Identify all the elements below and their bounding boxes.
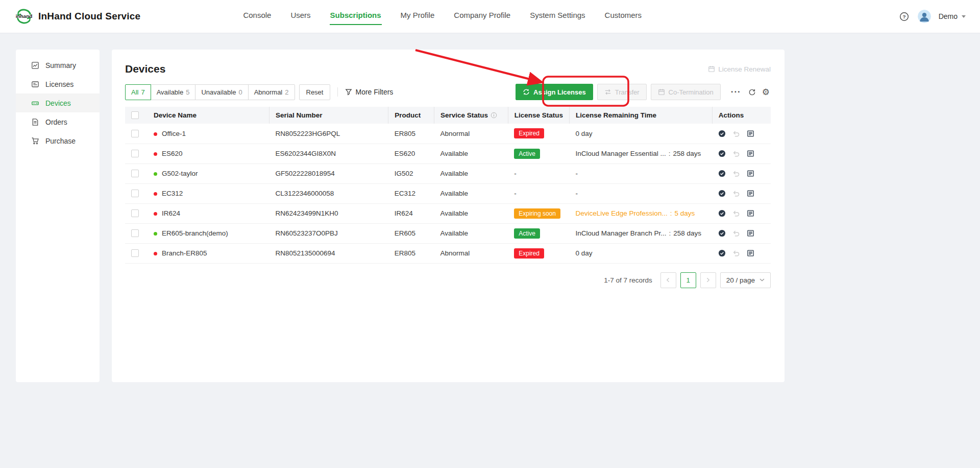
row-checkbox[interactable] <box>131 130 139 137</box>
select-all-checkbox[interactable] <box>131 111 139 119</box>
table-row: EC312CL3122346000058EC312Available-- <box>125 183 771 203</box>
device-table-body: Office-1RN8052223HG6PQLER805AbnormalExpi… <box>125 124 771 263</box>
status-dot-green <box>154 232 157 236</box>
details-action-icon[interactable] <box>747 130 754 137</box>
service-status: Available <box>434 223 508 243</box>
nav-item-console[interactable]: Console <box>242 8 272 25</box>
device-name[interactable]: EC312 <box>162 190 183 197</box>
co-termination-button[interactable]: Co-Termination <box>651 84 721 100</box>
reset-button[interactable]: Reset <box>299 84 331 100</box>
caret-down-icon <box>962 15 966 18</box>
remaining-days: 5 days <box>674 209 695 217</box>
approve-action-icon[interactable] <box>718 249 726 257</box>
nav-item-my-profile[interactable]: My Profile <box>400 8 435 25</box>
row-checkbox[interactable] <box>131 249 139 257</box>
details-action-icon[interactable] <box>747 150 754 157</box>
gear-icon[interactable]: ⚙ <box>761 87 771 98</box>
sidebar-item-summary[interactable]: Summary <box>16 56 100 75</box>
details-action-icon[interactable] <box>747 229 754 237</box>
row-checkbox[interactable] <box>131 209 139 217</box>
details-action-icon[interactable] <box>747 190 754 197</box>
info-icon[interactable] <box>491 112 497 119</box>
transfer-button[interactable]: Transfer <box>597 84 647 100</box>
serial-number: GF5022228018954 <box>269 163 388 183</box>
status-dot-red <box>154 132 157 136</box>
sidebar-item-purchase[interactable]: Purchase <box>16 131 100 150</box>
license-renewal-button[interactable]: License Renewal <box>708 65 771 73</box>
summary-icon <box>31 61 39 69</box>
filter-unavailable[interactable]: Unavailable0 <box>195 84 248 100</box>
approve-action-icon[interactable] <box>718 130 726 137</box>
approve-action-icon[interactable] <box>718 150 726 157</box>
nav-item-customers[interactable]: Customers <box>604 8 643 25</box>
assign-licenses-button[interactable]: Assign Licenses <box>516 84 593 100</box>
service-status: Available <box>434 144 508 163</box>
license-separator: : <box>669 150 671 157</box>
undo-action-icon[interactable] <box>732 150 740 157</box>
remaining-days: 0 day <box>576 249 593 257</box>
device-name[interactable]: ES620 <box>162 150 183 157</box>
nav-item-users[interactable]: Users <box>290 8 311 25</box>
filter-abnormal[interactable]: Abnormal2 <box>248 84 295 100</box>
page-size-select[interactable]: 20 / page <box>720 272 771 288</box>
sidebar-item-label: Purchase <box>45 137 76 145</box>
undo-action-icon[interactable] <box>732 190 740 197</box>
row-checkbox[interactable] <box>131 190 139 197</box>
device-name[interactable]: ER605-branch(demo) <box>162 229 228 237</box>
device-name[interactable]: Office-1 <box>162 130 186 137</box>
product: ER805 <box>388 124 434 144</box>
undo-action-icon[interactable] <box>732 130 740 137</box>
approve-action-icon[interactable] <box>718 190 726 197</box>
approve-action-icon[interactable] <box>718 209 726 217</box>
help-icon[interactable]: ? <box>898 11 910 22</box>
refresh-icon[interactable] <box>747 87 757 97</box>
undo-action-icon[interactable] <box>732 229 740 237</box>
details-action-icon[interactable] <box>747 249 754 257</box>
sidebar-item-licenses[interactable]: Licenses <box>16 75 100 93</box>
license-separator: : <box>670 209 672 217</box>
approve-action-icon[interactable] <box>718 170 726 177</box>
device-name[interactable]: G502-taylor <box>162 170 198 177</box>
page-number-button[interactable]: 1 <box>680 272 696 288</box>
row-checkbox[interactable] <box>131 170 139 177</box>
next-page-button[interactable] <box>700 272 716 288</box>
nav-item-system-settings[interactable]: System Settings <box>529 8 585 25</box>
col-header-actions: Actions <box>712 107 771 124</box>
table-row: ES620ES6202344GI8X0NES620AvailableActive… <box>125 144 771 163</box>
details-action-icon[interactable] <box>747 209 754 217</box>
service-status-label: Service Status <box>440 111 488 119</box>
license-separator: : <box>669 229 671 237</box>
table-row: G502-taylorGF5022228018954IG502Available… <box>125 163 771 183</box>
more-actions-button[interactable]: ··· <box>729 87 743 97</box>
status-dot-red <box>154 152 157 156</box>
sync-icon <box>523 88 530 96</box>
undo-action-icon[interactable] <box>732 170 740 177</box>
filter-all[interactable]: All7 <box>125 84 151 100</box>
transfer-icon <box>604 88 611 96</box>
sidebar-item-devices[interactable]: Devices <box>16 93 100 112</box>
device-name[interactable]: Branch-ER805 <box>162 249 207 257</box>
product: ER605 <box>388 223 434 243</box>
undo-action-icon[interactable] <box>732 209 740 217</box>
device-name[interactable]: IR624 <box>162 209 180 217</box>
user-menu[interactable]: Demo <box>939 12 958 20</box>
nav-item-company-profile[interactable]: Company Profile <box>453 8 511 25</box>
status-dot-green <box>154 172 157 176</box>
license-status-empty: - <box>514 170 517 177</box>
prev-page-button[interactable] <box>660 272 676 288</box>
row-checkbox[interactable] <box>131 150 139 157</box>
license-name: InCloud Manager Branch Pr... <box>576 229 667 237</box>
row-checkbox[interactable] <box>131 229 139 237</box>
avatar[interactable] <box>918 10 931 23</box>
nav-item-subscriptions[interactable]: Subscriptions <box>330 8 382 25</box>
remaining-days: 258 days <box>673 150 701 157</box>
approve-action-icon[interactable] <box>718 229 726 237</box>
brand-logo[interactable]: inhand InHand Cloud Service <box>14 7 140 26</box>
more-filters-button[interactable]: More Filters <box>345 88 393 96</box>
undo-action-icon[interactable] <box>732 249 740 257</box>
service-status: Abnormal <box>434 124 508 144</box>
details-action-icon[interactable] <box>747 170 754 177</box>
col-header-service-status: Service Status <box>434 107 508 124</box>
filter-available[interactable]: Available5 <box>151 84 196 100</box>
sidebar-item-orders[interactable]: Orders <box>16 112 100 131</box>
